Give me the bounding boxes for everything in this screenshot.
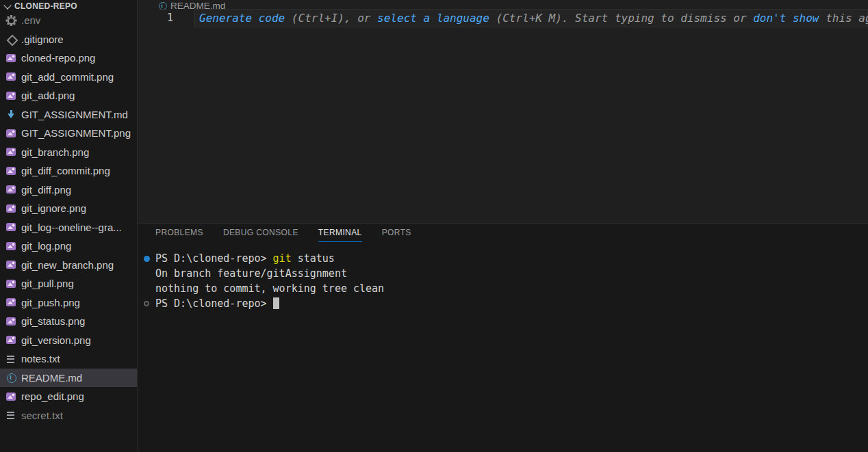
image-icon <box>5 128 16 139</box>
file-label: GIT_ASSIGNMENT.png <box>21 127 131 139</box>
file-label: git_push.png <box>21 297 80 308</box>
file-label: repo_edit.png <box>21 390 84 402</box>
file-item[interactable]: git_new_branch.png <box>0 256 137 275</box>
file-item[interactable]: secret.txt <box>0 406 137 425</box>
terminal-line: nothing to commit, working tree clean <box>138 281 868 296</box>
editor-area[interactable]: README.md 1 Generate code (Ctrl+I), or s… <box>138 0 868 223</box>
file-label: git_diff.png <box>21 184 71 196</box>
file-label: git_add_commit.png <box>21 71 114 83</box>
file-item[interactable]: notes.txt <box>0 349 137 369</box>
terminal-text: PS D:\cloned-repo> <box>155 297 273 310</box>
image-icon <box>5 334 16 345</box>
file-label: git_status.png <box>21 315 85 327</box>
file-item[interactable]: git_pull.png <box>0 274 137 293</box>
terminal-text: status <box>292 252 335 265</box>
file-item[interactable]: README.md <box>0 369 137 388</box>
file-label: README.md <box>21 372 82 384</box>
terminal-line: PS D:\cloned-repo> git status <box>138 251 868 266</box>
gear-icon <box>5 15 16 26</box>
file-list: .env.gitignorecloned-repo.pnggit_add_com… <box>0 11 137 425</box>
file-label: cloned-repo.png <box>21 52 95 64</box>
file-label: git_new_branch.png <box>21 259 114 271</box>
file-label: git_log.png <box>21 240 71 252</box>
file-label: secret.txt <box>21 410 63 421</box>
file-label: .gitignore <box>21 34 64 45</box>
chevron-down-icon <box>2 1 13 10</box>
ghost-text: (Ctrl+K M). Start typing to dismiss or <box>489 12 753 25</box>
panel-tab-problems[interactable]: PROBLEMS <box>155 228 203 242</box>
explorer-root-header[interactable]: CLONED-REPO <box>0 0 137 10</box>
info-icon <box>5 372 16 383</box>
file-item[interactable]: cloned-repo.png <box>0 49 137 68</box>
file-label: notes.txt <box>21 353 60 364</box>
breadcrumb[interactable]: README.md <box>138 0 868 10</box>
file-label: git_diff_commit.png <box>21 165 110 176</box>
file-item[interactable]: git_diff_commit.png <box>0 161 137 181</box>
text-icon <box>5 354 16 364</box>
ghost-text-link[interactable]: don't show <box>753 12 819 25</box>
terminal-text: git <box>273 252 292 265</box>
file-item[interactable]: git_add_commit.png <box>0 68 137 87</box>
ghost-text: this again. <box>819 12 868 25</box>
file-item[interactable]: .env <box>0 11 137 30</box>
markdown-icon <box>5 109 16 120</box>
ghost-text: (Ctrl+I), or <box>285 12 377 25</box>
ghost-text-link[interactable]: select a language <box>377 12 489 25</box>
terminal-line: On branch feature/gitAssignment <box>138 266 868 281</box>
file-item[interactable]: git_ignore.png <box>0 199 137 218</box>
file-label: git_version.png <box>21 334 91 346</box>
file-item[interactable]: git_status.png <box>0 312 137 331</box>
file-item[interactable]: repo_edit.png <box>0 387 137 406</box>
image-icon <box>5 241 16 252</box>
terminal[interactable]: PS D:\cloned-repo> git statusOn branch f… <box>138 251 868 311</box>
file-item[interactable]: git_branch.png <box>0 143 137 162</box>
panel-tab-terminal[interactable]: TERMINAL <box>318 228 362 242</box>
image-icon <box>5 297 16 308</box>
file-item[interactable]: GIT_ASSIGNMENT.png <box>0 124 137 143</box>
file-item[interactable]: .gitignore <box>0 30 137 49</box>
file-item[interactable]: git_log--oneline--gra... <box>0 218 137 237</box>
command-pending-decoration-icon[interactable] <box>144 301 149 306</box>
image-icon <box>5 259 16 270</box>
file-item[interactable]: git_add.png <box>0 86 137 105</box>
line-number: 1 <box>138 9 194 27</box>
file-label: git_pull.png <box>21 278 74 289</box>
root-folder-label: CLONED-REPO <box>14 1 77 10</box>
file-item[interactable]: git_push.png <box>0 293 137 313</box>
image-icon <box>5 391 16 402</box>
file-label: git_log--oneline--gra... <box>21 222 122 233</box>
image-icon <box>5 90 16 101</box>
image-icon <box>5 184 16 195</box>
bottom-panel: PROBLEMSDEBUG CONSOLETERMINALPORTS PS D:… <box>138 223 868 452</box>
image-icon <box>5 165 16 176</box>
terminal-line: PS D:\cloned-repo> <box>138 296 868 311</box>
image-icon <box>5 203 16 214</box>
file-label: git_ignore.png <box>21 202 86 214</box>
image-icon <box>5 146 16 157</box>
text-icon <box>5 410 16 421</box>
git-diamond-icon <box>5 34 16 44</box>
ghost-text-line[interactable]: Generate code (Ctrl+I), or select a lang… <box>199 9 868 27</box>
image-icon <box>5 53 16 64</box>
image-icon <box>5 278 16 289</box>
image-icon <box>5 316 16 327</box>
ghost-text-link[interactable]: Generate code <box>199 12 285 25</box>
file-label: git_add.png <box>21 90 75 101</box>
image-icon <box>5 222 16 232</box>
panel-tab-ports[interactable]: PORTS <box>382 228 411 242</box>
file-item[interactable]: GIT_ASSIGNMENT.md <box>0 105 137 124</box>
panel-tab-debug-console[interactable]: DEBUG CONSOLE <box>223 228 298 242</box>
image-icon <box>5 71 16 82</box>
file-label: GIT_ASSIGNMENT.md <box>21 109 128 120</box>
terminal-text: nothing to commit, working tree clean <box>155 282 384 295</box>
breadcrumb-file-label: README.md <box>170 1 225 10</box>
terminal-cursor[interactable] <box>273 297 279 309</box>
file-item[interactable]: git_version.png <box>0 331 137 350</box>
file-item[interactable]: git_diff.png <box>0 181 137 200</box>
file-item[interactable]: git_log.png <box>0 237 137 256</box>
command-success-decoration-icon[interactable] <box>144 256 150 262</box>
terminal-text: PS D:\cloned-repo> <box>155 252 273 265</box>
panel-tabs: PROBLEMSDEBUG CONSOLETERMINALPORTS <box>138 224 868 242</box>
explorer-sidebar: CLONED-REPO .env.gitignorecloned-repo.pn… <box>0 0 138 452</box>
file-label: .env <box>21 14 40 26</box>
